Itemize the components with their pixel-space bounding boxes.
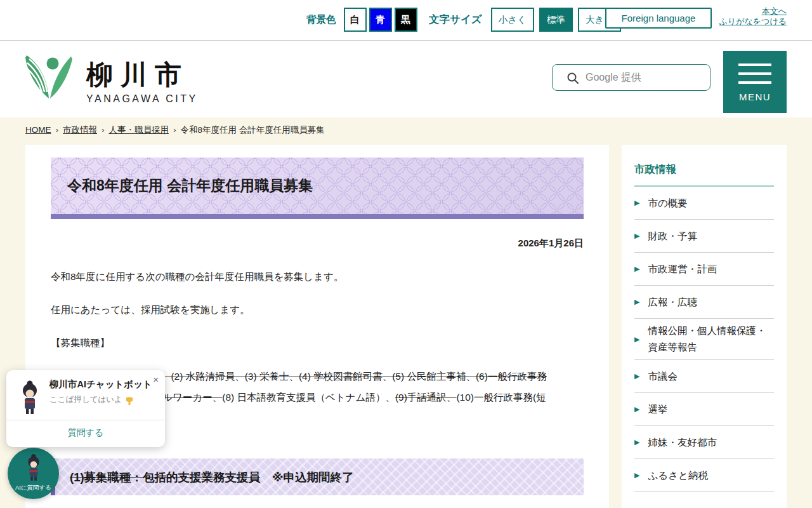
site-name: 柳川市: [86, 62, 198, 88]
bg-black-button[interactable]: 黒: [395, 8, 417, 32]
breadcrumb-jinji[interactable]: 人事・職員採用: [109, 125, 169, 135]
article-paragraph: 任用にあたっては、採用試験を実施します。: [51, 304, 584, 316]
page-title: 令和8年度任用 会計年度任用職員募集: [51, 176, 313, 196]
types-heading: 【募集職種】: [51, 337, 584, 349]
chatbot-fab-label: AIに質問する: [8, 484, 59, 492]
article-paragraph: 令和8年度に任用する次の職種の会計年度任用職員を募集します。: [51, 271, 584, 283]
site-title-block: 柳川市 YANAGAWA CITY: [86, 50, 198, 105]
chatbot-avatar: [16, 380, 43, 417]
triangle-right-icon: ▶: [634, 335, 639, 344]
skip-to-content-link[interactable]: 本文へ: [719, 6, 787, 17]
breadcrumb: HOME›市政情報›人事・職員採用›令和8年度任用 会計年度任用職員募集: [25, 124, 325, 136]
background-color-group: 背景色 白 青 黒: [306, 8, 417, 32]
sidebar-item-administration[interactable]: ▶ 市政運営・計画: [634, 253, 774, 286]
chatbot-popup: × 柳川市AIチャットボット ここば押してはいよ 質問する: [6, 370, 165, 447]
article-date: 2026年1月26日: [51, 237, 584, 250]
font-standard-button[interactable]: 標準: [539, 8, 573, 32]
sidebar-item-elections[interactable]: ▶ 選挙: [634, 393, 774, 426]
triangle-right-icon: ▶: [634, 199, 639, 207]
triangle-right-icon: ▶: [634, 298, 639, 306]
page-title-banner: 令和8年度任用 会計年度任用職員募集: [51, 157, 584, 214]
job-types-line2-seg3: (9)手話通訳、: [395, 392, 456, 403]
triangle-right-icon: ▶: [634, 265, 639, 273]
yanagawa-logo-icon: [23, 50, 75, 104]
breadcrumb-home[interactable]: HOME: [25, 125, 51, 135]
site-search-box: [552, 64, 710, 91]
sidebar-item-furusato-tax[interactable]: ▶ ふるさと納税: [634, 459, 774, 492]
triangle-right-icon: ▶: [634, 232, 639, 240]
sidebar-item-public-relations[interactable]: ▶ 広報・広聴: [634, 286, 774, 319]
background-color-label: 背景色: [306, 13, 336, 27]
sidebar-item-overview[interactable]: ▶ 市の概要: [634, 187, 774, 220]
font-size-label: 文字サイズ: [429, 13, 482, 27]
job-types-line2-seg4: (10)一般行政事務(短: [456, 392, 546, 403]
skip-links: 本文へ ふりがなをつける: [719, 6, 787, 27]
chatbot-message: ここば押してはいよ: [49, 394, 122, 405]
foreign-language-button[interactable]: Foreign language: [605, 8, 712, 29]
point-down-emoji-icon: [125, 395, 134, 405]
site-logo[interactable]: 柳川市 YANAGAWA CITY: [23, 50, 198, 105]
chatbot-fab-button[interactable]: AIに質問する: [8, 448, 59, 499]
site-header: 柳川市 YANAGAWA CITY MENU: [0, 41, 812, 117]
font-size-group: 文字サイズ 小さく 標準 大きく: [429, 8, 621, 32]
sidebar-item-sister-cities[interactable]: ▶ 姉妹・友好都市: [634, 426, 774, 459]
bg-blue-button[interactable]: 青: [369, 8, 392, 32]
breadcrumb-current: 令和8年度任用 会計年度任用職員募集: [181, 125, 325, 135]
font-smaller-button[interactable]: 小さく: [491, 8, 534, 32]
bg-white-button[interactable]: 白: [344, 8, 367, 32]
section-heading-suffix: ※申込期間終了: [260, 471, 354, 484]
title-banner-bar: [51, 214, 584, 219]
furigana-link[interactable]: ふりがなをつける: [719, 17, 787, 27]
sidebar-item-city-council[interactable]: ▶ 市議会: [634, 360, 774, 393]
breadcrumb-shisei[interactable]: 市政情報: [63, 125, 97, 135]
job-types-line2-seg2: (8) 日本語教育支援員（ベトナム語）、: [222, 392, 395, 403]
section-heading-banner: (1)募集職種：包括的支援業務支援員 ※申込期間終了: [51, 458, 584, 495]
chatbot-avatar: [23, 453, 44, 483]
sidebar-item-information-disclosure[interactable]: ▶ 情報公開・個人情報保護・資産等報告: [634, 319, 774, 360]
chatbot-title: 柳川市AIチャットボット: [49, 378, 156, 391]
sidebar-shisei-joho: 市政情報 ▶ 市の概要 ▶ 財政・予算 ▶ 市政運営・計画 ▶ 広報・広聴 ▶ …: [622, 145, 787, 508]
menu-label: MENU: [723, 91, 787, 102]
close-icon[interactable]: ×: [153, 374, 159, 385]
site-name-en: YANAGAWA CITY: [86, 93, 198, 105]
triangle-right-icon: ▶: [634, 405, 639, 413]
triangle-right-icon: ▶: [634, 471, 639, 479]
accessibility-toolbar: 背景色 白 青 黒 文字サイズ 小さく 標準 大きく Foreign langu…: [0, 0, 812, 41]
sidebar-item-finance[interactable]: ▶ 財政・予算: [634, 220, 774, 253]
triangle-right-icon: ▶: [634, 372, 639, 380]
article-main: 令和8年度任用 会計年度任用職員募集 2026年1月26日 令和8年度に任用する…: [25, 145, 609, 508]
triangle-right-icon: ▶: [634, 438, 639, 446]
chatbot-ask-button[interactable]: 質問する: [6, 420, 165, 447]
search-icon: [566, 72, 579, 84]
menu-button[interactable]: MENU: [723, 51, 787, 113]
sidebar-title: 市政情報: [634, 157, 774, 187]
hamburger-icon: [738, 64, 771, 66]
section-heading-struck: (1)募集職種：包括的支援業務支援員: [70, 471, 260, 484]
search-input[interactable]: [586, 65, 706, 90]
